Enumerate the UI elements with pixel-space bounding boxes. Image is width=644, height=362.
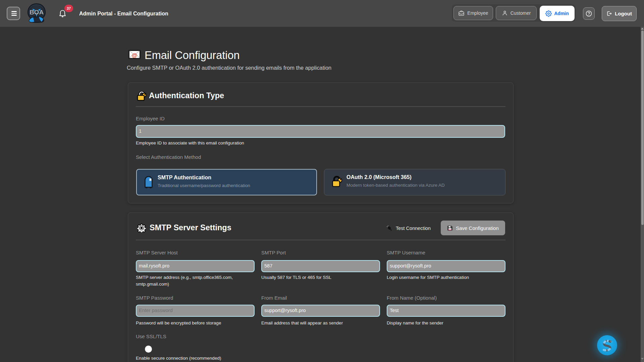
svg-text:@: @ bbox=[132, 53, 137, 58]
svg-text:BOA: BOA bbox=[30, 9, 44, 16]
